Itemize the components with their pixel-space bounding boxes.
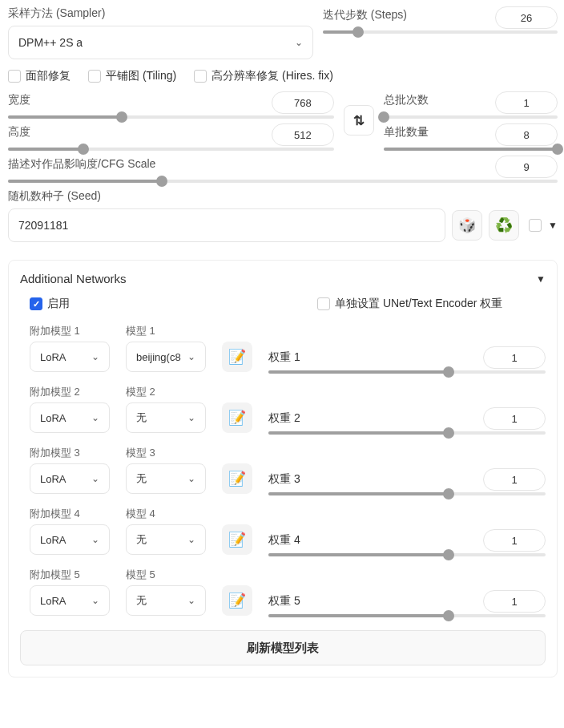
- recycle-icon: ♻️: [495, 216, 513, 234]
- batch-size-value[interactable]: 8: [495, 123, 558, 146]
- chevron-down-icon: ⌄: [295, 37, 303, 48]
- reuse-seed-button[interactable]: ♻️: [489, 210, 519, 241]
- model-label: 模型 3: [126, 446, 206, 460]
- height-label: 高度: [8, 125, 30, 140]
- edit-model-button[interactable]: 📝: [222, 524, 252, 555]
- edit-icon: 📝: [228, 348, 246, 366]
- model-label: 模型 4: [126, 507, 206, 521]
- tiling-checkbox[interactable]: 平铺图 (Tiling): [88, 69, 176, 83]
- chevron-down-icon: ⌄: [91, 473, 99, 484]
- network-row: 附加模型 5 LoRA ⌄ 模型 5 无 ⌄ 📝 权重 5 1: [30, 568, 546, 616]
- weight-value[interactable]: 1: [483, 407, 546, 430]
- weight-label: 权重 2: [268, 411, 300, 426]
- cfg-label: 描述对作品影响度/CFG Scale: [8, 157, 155, 172]
- addon-model-label: 附加模型 1: [30, 324, 110, 338]
- steps-label: 迭代步数 (Steps): [323, 8, 407, 22]
- model-dropdown[interactable]: 无 ⌄: [126, 524, 206, 555]
- face-restore-checkbox[interactable]: 面部修复: [8, 69, 70, 83]
- chevron-down-icon: ⌄: [187, 534, 195, 545]
- swap-wh-button[interactable]: ⇅: [344, 105, 374, 135]
- weight-label: 权重 1: [268, 350, 300, 365]
- batch-count-value[interactable]: 1: [495, 91, 558, 114]
- steps-value[interactable]: 26: [495, 6, 558, 29]
- edit-icon: 📝: [228, 409, 246, 427]
- seed-input[interactable]: 72091181: [8, 208, 445, 242]
- chevron-down-icon: ⌄: [187, 595, 195, 606]
- batch-count-label: 总批次数: [384, 93, 429, 107]
- width-value[interactable]: 768: [272, 91, 334, 114]
- weight-label: 权重 5: [268, 594, 300, 609]
- caret-down-icon[interactable]: ▼: [548, 220, 558, 231]
- edit-model-button[interactable]: 📝: [222, 402, 252, 433]
- weight-value[interactable]: 1: [483, 529, 546, 552]
- edit-model-button[interactable]: 📝: [222, 463, 252, 494]
- model-label: 模型 1: [126, 324, 206, 338]
- model-label: 模型 2: [126, 385, 206, 399]
- addon-model-dropdown[interactable]: LoRA ⌄: [30, 463, 110, 494]
- enable-checkbox[interactable]: ✓启用: [30, 297, 70, 311]
- chevron-down-icon: ⌄: [187, 473, 195, 484]
- sampler-value: DPM++ 2S a: [18, 36, 83, 49]
- collapse-icon[interactable]: ▼: [536, 273, 546, 285]
- addon-model-label: 附加模型 3: [30, 446, 110, 460]
- addon-model-dropdown[interactable]: LoRA ⌄: [30, 524, 110, 555]
- cfg-value[interactable]: 9: [495, 156, 558, 178]
- network-row: 附加模型 4 LoRA ⌄ 模型 4 无 ⌄ 📝 权重 4 1: [30, 507, 546, 555]
- edit-icon: 📝: [228, 592, 246, 609]
- chevron-down-icon: ⌄: [91, 412, 99, 423]
- edit-model-button[interactable]: 📝: [222, 342, 252, 372]
- additional-networks-panel: Additional Networks ▼ ✓启用 单独设置 UNet/Text…: [8, 260, 558, 677]
- network-row: 附加模型 1 LoRA ⌄ 模型 1 beijing(c8 ⌄ 📝 权重 1 1: [30, 324, 546, 372]
- model-dropdown[interactable]: beijing(c8 ⌄: [126, 342, 206, 372]
- chevron-down-icon: ⌄: [187, 412, 195, 423]
- addon-model-dropdown[interactable]: LoRA ⌄: [30, 585, 110, 616]
- sampler-label: 采样方法 (Sampler): [8, 6, 313, 21]
- model-label: 模型 5: [126, 568, 206, 582]
- model-dropdown[interactable]: 无 ⌄: [126, 463, 206, 494]
- refresh-models-button[interactable]: 刷新模型列表: [20, 630, 546, 665]
- batch-size-label: 单批数量: [384, 125, 429, 140]
- width-label: 宽度: [8, 93, 30, 107]
- chevron-down-icon: ⌄: [91, 595, 99, 606]
- addon-model-dropdown[interactable]: LoRA ⌄: [30, 342, 110, 372]
- weight-value[interactable]: 1: [483, 346, 546, 369]
- network-row: 附加模型 3 LoRA ⌄ 模型 3 无 ⌄ 📝 权重 3 1: [30, 446, 546, 494]
- edit-icon: 📝: [228, 531, 246, 548]
- chevron-down-icon: ⌄: [91, 351, 99, 362]
- model-dropdown[interactable]: 无 ⌄: [126, 585, 206, 616]
- weight-value[interactable]: 1: [483, 468, 546, 491]
- addon-model-label: 附加模型 4: [30, 507, 110, 521]
- edit-model-button[interactable]: 📝: [222, 585, 252, 616]
- dice-icon: 🎲: [458, 216, 476, 234]
- random-seed-button[interactable]: 🎲: [452, 210, 482, 241]
- hires-fix-checkbox[interactable]: 高分辨率修复 (Hires. fix): [194, 69, 333, 83]
- addon-model-label: 附加模型 5: [30, 568, 110, 582]
- panel-title: Additional Networks: [20, 272, 127, 285]
- weight-label: 权重 3: [268, 472, 300, 487]
- separate-weights-checkbox[interactable]: 单独设置 UNet/Text Encoder 权重: [317, 297, 546, 311]
- model-dropdown[interactable]: 无 ⌄: [126, 402, 206, 433]
- addon-model-dropdown[interactable]: LoRA ⌄: [30, 402, 110, 433]
- sampler-dropdown[interactable]: DPM++ 2S a ⌄: [8, 26, 313, 59]
- extra-seed-checkbox[interactable]: [529, 219, 542, 232]
- chevron-down-icon: ⌄: [91, 534, 99, 545]
- seed-label: 随机数种子 (Seed): [8, 189, 558, 204]
- edit-icon: 📝: [228, 470, 246, 487]
- swap-icon: ⇅: [353, 112, 365, 129]
- height-value[interactable]: 512: [272, 123, 334, 146]
- network-row: 附加模型 2 LoRA ⌄ 模型 2 无 ⌄ 📝 权重 2 1: [30, 385, 546, 433]
- weight-value[interactable]: 1: [483, 590, 546, 613]
- chevron-down-icon: ⌄: [187, 351, 195, 362]
- addon-model-label: 附加模型 2: [30, 385, 110, 399]
- weight-label: 权重 4: [268, 533, 300, 548]
